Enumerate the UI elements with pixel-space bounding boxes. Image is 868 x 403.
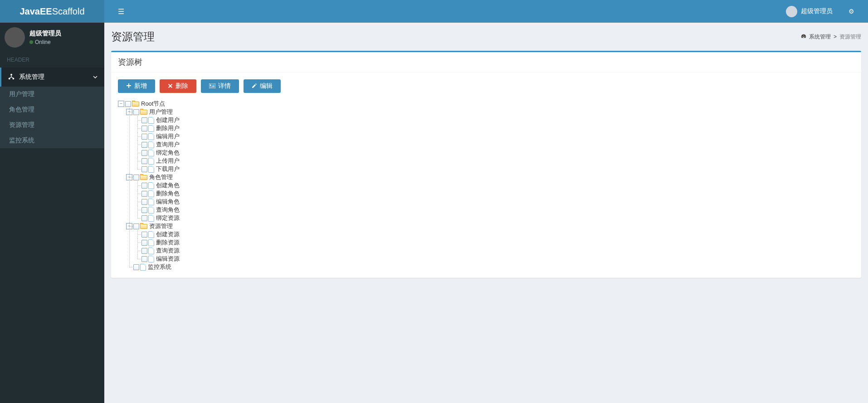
tree-node-root: − Root节点 − [118,100,854,271]
tree-leaf: 删除资源 [134,238,854,247]
tree-leaf: 编辑角色 [134,198,854,206]
tree-node-label[interactable]: 下载用户 [156,165,180,173]
checkbox[interactable] [133,175,139,180]
tree-node-label[interactable]: 用户管理 [149,108,173,116]
tree-node-label[interactable]: 编辑用户 [156,132,180,141]
checkbox[interactable] [141,240,147,246]
checkbox[interactable] [141,158,147,164]
checkbox[interactable] [141,126,147,131]
tree-node-label[interactable]: 资源管理 [149,222,173,230]
checkbox[interactable] [141,248,147,254]
checkbox[interactable] [133,264,139,270]
checkbox[interactable] [141,207,147,213]
tree-node-label[interactable]: 创建资源 [156,230,180,238]
toggle-blank [134,190,141,197]
tree-node-label[interactable]: 创建角色 [156,181,180,189]
tree-node-label[interactable]: Root节点 [141,100,165,108]
main-sidebar: 超级管理员 Online HEADER 系统管理 用户管理 角色管理 资源管理 … [0,23,104,403]
page-title: 资源管理 [111,29,155,44]
tree-node-label[interactable]: 查询用户 [156,141,180,149]
svg-rect-7 [210,87,215,87]
toggle-blank [134,141,141,148]
tree-node-label[interactable]: 监控系统 [147,263,171,271]
tree-node-label[interactable]: 绑定角色 [156,149,180,157]
sidebar-item-system[interactable]: 系统管理 [0,68,104,87]
sidebar-user-status[interactable]: Online [29,39,61,45]
user-menu[interactable]: 超级管理员 [781,1,837,22]
tree-node: − 资源管理 创建资源删除资源查询资源编辑资源 [126,222,854,263]
file-icon [148,117,154,124]
brand-light: Scaffold [52,6,85,16]
checkbox[interactable] [141,232,147,238]
file-icon [148,256,154,262]
file-icon [148,207,154,214]
tree-leaf: 创建角色 [134,181,854,189]
file-icon [148,125,154,132]
collapse-icon[interactable]: − [126,223,132,229]
status-text: Online [35,39,51,45]
edit-button[interactable]: 编辑 [244,79,281,93]
file-icon [148,166,154,173]
toggle-blank [134,207,141,213]
sidebar-item-resources[interactable]: 资源管理 [0,117,104,133]
brand-logo[interactable]: JavaEEScaffold [0,0,104,23]
tree-leaf: 创建用户 [134,116,854,124]
tree-node-label[interactable]: 编辑角色 [156,198,180,206]
id-card-icon [209,83,215,90]
checkbox[interactable] [141,191,147,197]
checkbox[interactable] [141,117,147,123]
settings-button[interactable]: ⚙ [842,1,861,22]
edit-icon [252,83,257,90]
checkbox[interactable] [141,183,147,189]
file-icon [148,239,154,246]
file-icon [148,199,154,205]
breadcrumb-root[interactable]: 系统管理 [809,33,831,41]
collapse-icon[interactable]: − [118,101,124,107]
sidebar-item-label: 资源管理 [9,121,34,128]
toggle-blank [134,215,141,221]
checkbox[interactable] [141,150,147,156]
checkbox[interactable] [141,256,147,262]
checkbox[interactable] [125,101,131,107]
toggle-blank [134,182,141,189]
checkbox[interactable] [141,166,147,172]
content-header: 资源管理 系统管理 > 资源管理 [104,23,868,44]
tree-node-label[interactable]: 查询资源 [156,247,180,255]
top-navbar: ☰ 超级管理员 ⚙ [104,0,868,23]
tree-node-label[interactable]: 角色管理 [149,173,173,181]
tree-node-label[interactable]: 查询角色 [156,206,180,214]
tree-node-label[interactable]: 删除角色 [156,189,180,198]
tree-node-label[interactable]: 删除资源 [156,238,180,247]
sidebar-item-monitor[interactable]: 监控系统 [0,133,104,148]
tree-node-label[interactable]: 上传用户 [156,157,180,165]
sidebar-item-users[interactable]: 用户管理 [0,87,104,102]
tree-node-label[interactable]: 绑定资源 [156,214,180,222]
sidebar-toggle-button[interactable]: ☰ [111,0,131,23]
sidebar-item-roles[interactable]: 角色管理 [0,102,104,117]
tree-node: − 角色管理 创建角色删除角色编辑角色查询角色绑定资源 [126,173,854,222]
tree-node-label[interactable]: 编辑资源 [156,255,180,263]
checkbox[interactable] [133,223,139,229]
folder-open-icon [140,109,147,115]
sidebar-user-name: 超级管理员 [29,29,61,38]
tree-leaf: 上传用户 [134,157,854,165]
file-icon [148,141,154,148]
checkbox[interactable] [141,215,147,221]
button-label: 编辑 [260,82,273,90]
checkbox[interactable] [133,109,139,115]
tree-node-label[interactable]: 删除用户 [156,124,180,132]
collapse-icon[interactable]: − [126,109,132,115]
checkbox[interactable] [141,199,147,205]
tree-leaf: 删除用户 [134,124,854,132]
tree-node-label[interactable]: 创建用户 [156,116,180,124]
tree-leaf: 查询用户 [134,141,854,149]
delete-button[interactable]: 删除 [160,79,196,93]
tree-leaf: 删除角色 [134,189,854,198]
collapse-icon[interactable]: − [126,174,132,180]
checkbox[interactable] [141,134,147,140]
sidebar-user-info: 超级管理员 Online [29,29,61,45]
checkbox[interactable] [141,142,147,148]
add-button[interactable]: 新增 [118,79,155,93]
detail-button[interactable]: 详情 [201,79,239,93]
svg-rect-6 [212,86,215,87]
